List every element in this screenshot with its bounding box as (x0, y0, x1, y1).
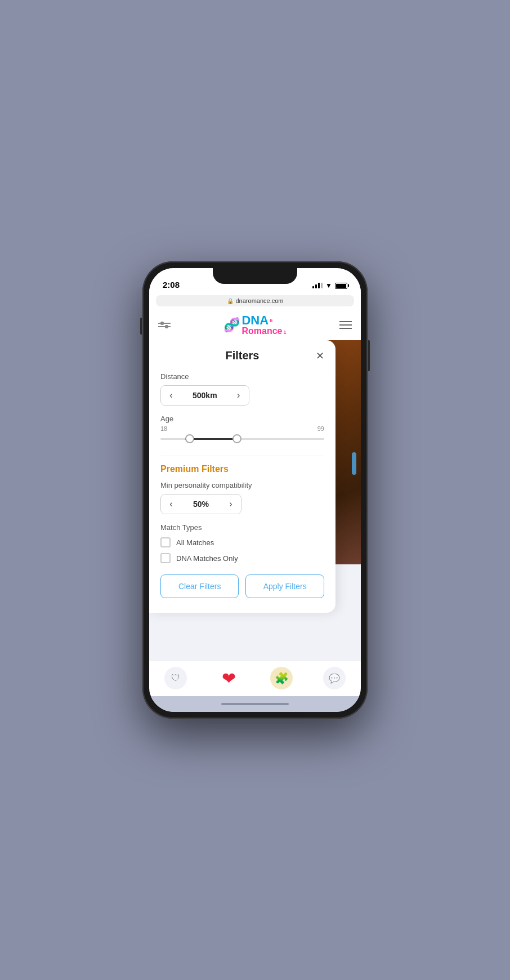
filter-icon[interactable] (158, 323, 171, 327)
compat-label: Min personality compatibility (160, 481, 324, 489)
compat-decrease-button[interactable]: ‹ (161, 495, 181, 514)
distance-stepper: ‹ 500km › (160, 385, 249, 406)
status-time: 2:08 (163, 280, 180, 289)
distance-decrease-button[interactable]: ‹ (161, 386, 181, 405)
compatibility-section: Min personality compatibility ‹ 50% › (160, 481, 324, 514)
bottom-nav: 🛡 ❤ 🧩 💬 (149, 661, 361, 696)
distance-label: Distance (160, 372, 324, 381)
hamburger-menu[interactable] (339, 321, 352, 329)
nav-chat[interactable]: 💬 (323, 667, 346, 689)
nav-profile[interactable]: 🛡 (164, 667, 187, 689)
chat-icon: 💬 (323, 667, 346, 689)
premium-filters-section: Premium Filters Min personality compatib… (160, 464, 324, 563)
logo-dna-text: DNA (241, 314, 269, 327)
logo-romance-text: Romance (241, 327, 282, 336)
clear-filters-button[interactable]: Clear Filters (160, 574, 239, 598)
distance-increase-button[interactable]: › (229, 386, 249, 405)
age-label: Age (160, 415, 324, 423)
notch (213, 268, 297, 284)
distance-value: 500km (181, 391, 229, 400)
puzzle-icon: 🧩 (270, 667, 293, 689)
nav-heart[interactable]: ❤ (217, 667, 240, 689)
main-content: Filters ✕ Distance ‹ 500km › Age (149, 340, 361, 661)
age-min-thumb[interactable] (185, 434, 194, 443)
filter-title: Filters (174, 349, 311, 362)
dna-matches-label: DNA Matches Only (176, 554, 238, 563)
filter-panel: Filters ✕ Distance ‹ 500km › Age (149, 340, 335, 613)
compat-increase-button[interactable]: › (221, 495, 241, 514)
heart-count-2: 1 (284, 329, 287, 335)
lock-icon: 🔒 (227, 298, 234, 304)
nav-dna[interactable]: 🧩 (270, 667, 293, 689)
age-max-thumb[interactable] (232, 434, 241, 443)
age-slider[interactable] (160, 433, 324, 444)
age-range-labels: 18 99 (160, 425, 324, 432)
all-matches-checkbox[interactable] (160, 537, 171, 547)
close-button[interactable]: ✕ (311, 350, 324, 362)
all-matches-label: All Matches (176, 538, 214, 547)
filter-header: Filters ✕ (160, 349, 324, 362)
url-text: dnaromance.com (236, 297, 284, 304)
status-icons: ▼ (312, 282, 347, 289)
compat-stepper: ‹ 50% › (160, 494, 241, 514)
match-types-section: Match Types All Matches DNA Matches Only (160, 523, 324, 563)
apply-filters-button[interactable]: Apply Filters (245, 574, 324, 598)
distance-section: Distance ‹ 500km › (160, 372, 324, 406)
top-nav: 🧬 DNA 6 Romance 1 (149, 310, 361, 340)
premium-label: Premium Filters (160, 464, 324, 474)
profile-icon: 🛡 (164, 667, 187, 689)
heart-count-1: 6 (270, 318, 272, 323)
dna-helix-icon: 🧬 (223, 317, 240, 333)
home-indicator (149, 696, 361, 712)
url-bar: 🔒 dnaromance.com (156, 295, 354, 306)
scroll-indicator (352, 452, 356, 475)
wifi-icon: ▼ (325, 282, 332, 289)
age-min-label: 18 (160, 425, 167, 432)
dna-matches-checkbox-item[interactable]: DNA Matches Only (160, 553, 324, 563)
signal-icon (312, 283, 323, 288)
phone-screen: 2:08 ▼ 🔒 dnaromance.com (149, 268, 361, 712)
app-logo: 🧬 DNA 6 Romance 1 (223, 314, 286, 336)
age-max-label: 99 (317, 425, 324, 432)
age-section: Age 18 99 (160, 415, 324, 444)
phone-frame: 2:08 ▼ 🔒 dnaromance.com (142, 261, 368, 719)
action-buttons: Clear Filters Apply Filters (160, 574, 324, 598)
divider (160, 456, 324, 456)
match-types-label: Match Types (160, 523, 324, 532)
battery-icon (335, 283, 347, 289)
heart-icon: ❤ (217, 667, 240, 689)
dna-matches-checkbox[interactable] (160, 553, 171, 563)
all-matches-checkbox-item[interactable]: All Matches (160, 537, 324, 547)
compat-value: 50% (181, 500, 221, 509)
